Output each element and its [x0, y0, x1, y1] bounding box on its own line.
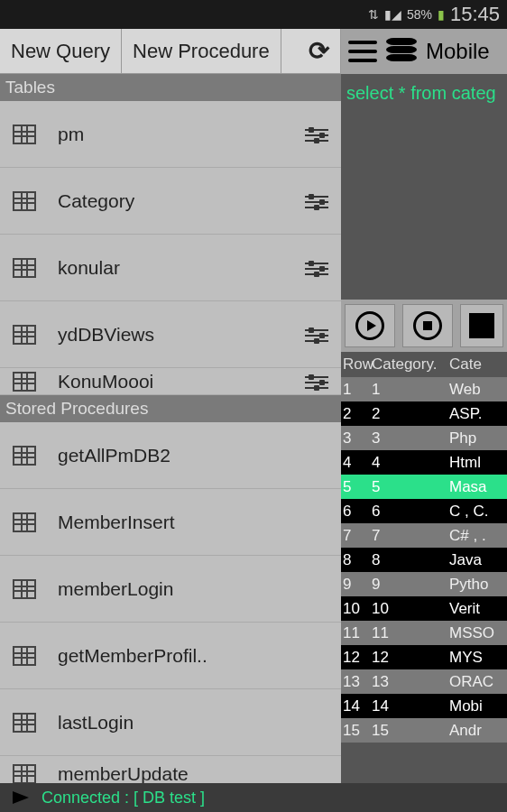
results-grid[interactable]: 11Web22ASP.33Php44Html55Masa66C , C.77C#… [341, 377, 507, 783]
result-row[interactable]: 66C , C. [341, 499, 507, 523]
query-editor[interactable]: select * from categ [341, 74, 507, 300]
result-row[interactable]: 1111MSSO [341, 621, 507, 645]
table-icon [13, 646, 36, 666]
col-value: Cate [449, 355, 482, 374]
refresh-button[interactable]: ⟳ [281, 29, 341, 73]
proc-label: getMemberProfil.. [58, 645, 328, 667]
table-icon [13, 325, 36, 345]
play-icon [367, 320, 376, 331]
action-bar [341, 300, 507, 352]
proc-label: memberLogin [58, 578, 328, 600]
result-row[interactable]: 1414Mobi [341, 694, 507, 718]
connection-status: Connected : [ DB test ] [41, 789, 205, 807]
table-icon [13, 446, 36, 466]
proc-row[interactable]: getAllPmDB2 [0, 422, 341, 489]
table-icon [13, 512, 36, 532]
right-panel: Mobile select * from categ Row Category.… [341, 29, 507, 783]
new-query-label: New Query [11, 40, 110, 63]
sync-icon: ⇅ [368, 7, 379, 22]
table-row[interactable]: KonuMoooi [0, 368, 341, 395]
proc-row[interactable]: lastLogin [0, 689, 341, 756]
save-button[interactable] [460, 304, 503, 347]
status-bar: ⇅ ▮◢ 58% ▮ 15:45 [0, 0, 507, 29]
save-icon [469, 313, 494, 338]
result-row[interactable]: 44Html [341, 450, 507, 475]
status-footer: Connected : [ DB test ] [0, 783, 507, 812]
procs-header: Stored Procedures [0, 395, 341, 422]
result-row[interactable]: 1313ORAC [341, 669, 507, 694]
signal-icon: ▮◢ [384, 7, 401, 22]
result-row[interactable]: 33Php [341, 426, 507, 450]
procs-list[interactable]: getAllPmDB2 MemberInsert memberLogin get… [0, 422, 341, 783]
result-row[interactable]: 1010Verit [341, 596, 507, 621]
result-row[interactable]: 99Pytho [341, 572, 507, 596]
settings-icon[interactable] [305, 259, 328, 277]
tables-list[interactable]: pm Category konular ydDBViews KonuMoooi [0, 101, 341, 395]
stop-icon [423, 321, 432, 330]
table-icon [13, 191, 36, 211]
play-arrow-icon [13, 791, 29, 804]
database-icon [386, 38, 417, 65]
proc-row[interactable]: memberLogin [0, 556, 341, 623]
settings-icon[interactable] [305, 125, 328, 143]
table-row[interactable]: Category [0, 168, 341, 235]
new-query-button[interactable]: New Query [0, 29, 122, 73]
table-row[interactable]: pm [0, 101, 341, 168]
table-row[interactable]: konular [0, 235, 341, 301]
table-icon [13, 258, 36, 278]
proc-row[interactable]: getMemberProfil.. [0, 623, 341, 689]
proc-row[interactable]: memberUpdate [0, 756, 341, 783]
menu-icon[interactable] [348, 41, 377, 62]
app-title: Mobile [426, 39, 490, 64]
run-button[interactable] [345, 304, 395, 347]
results-header: Row Category. Cate [341, 352, 507, 377]
result-row[interactable]: 11Web [341, 377, 507, 401]
col-row: Row [343, 355, 372, 374]
settings-icon[interactable] [305, 326, 328, 344]
battery-level: 58% [407, 7, 432, 22]
table-label: pm [58, 124, 305, 145]
result-row[interactable]: 88Java [341, 548, 507, 572]
new-procedure-button[interactable]: New Procedure [122, 29, 281, 73]
table-icon [13, 372, 36, 392]
proc-row[interactable]: MemberInsert [0, 489, 341, 556]
table-icon [13, 125, 36, 144]
table-label: Category [58, 190, 305, 212]
table-icon [13, 579, 36, 599]
stop-button[interactable] [402, 304, 453, 347]
settings-icon[interactable] [305, 192, 328, 210]
table-label: konular [58, 257, 305, 279]
table-icon [13, 764, 36, 784]
result-row[interactable]: 1212MYS [341, 645, 507, 669]
left-panel: New Query New Procedure ⟳ Tables pm Cate… [0, 29, 341, 783]
battery-icon: ▮ [438, 7, 445, 22]
col-category: Category. [372, 355, 449, 374]
right-header: Mobile [341, 29, 507, 74]
refresh-icon: ⟳ [309, 36, 329, 66]
table-label: KonuMoooi [58, 371, 305, 392]
result-row[interactable]: 77C# , . [341, 523, 507, 548]
tables-header: Tables [0, 74, 341, 101]
result-row[interactable]: 55Masa [341, 475, 507, 499]
clock: 15:45 [450, 3, 500, 26]
table-label: ydDBViews [58, 324, 305, 346]
new-procedure-label: New Procedure [133, 40, 270, 63]
result-row[interactable]: 1515Andr [341, 718, 507, 743]
settings-icon[interactable] [305, 373, 328, 391]
toolbar: New Query New Procedure ⟳ [0, 29, 341, 74]
proc-label: MemberInsert [58, 512, 328, 533]
result-row[interactable]: 22ASP. [341, 401, 507, 426]
proc-label: getAllPmDB2 [58, 445, 328, 466]
table-icon [13, 713, 36, 733]
table-row[interactable]: ydDBViews [0, 301, 341, 368]
query-content: select * from categ [346, 83, 496, 103]
proc-label: lastLogin [58, 712, 328, 734]
proc-label: memberUpdate [58, 763, 328, 784]
